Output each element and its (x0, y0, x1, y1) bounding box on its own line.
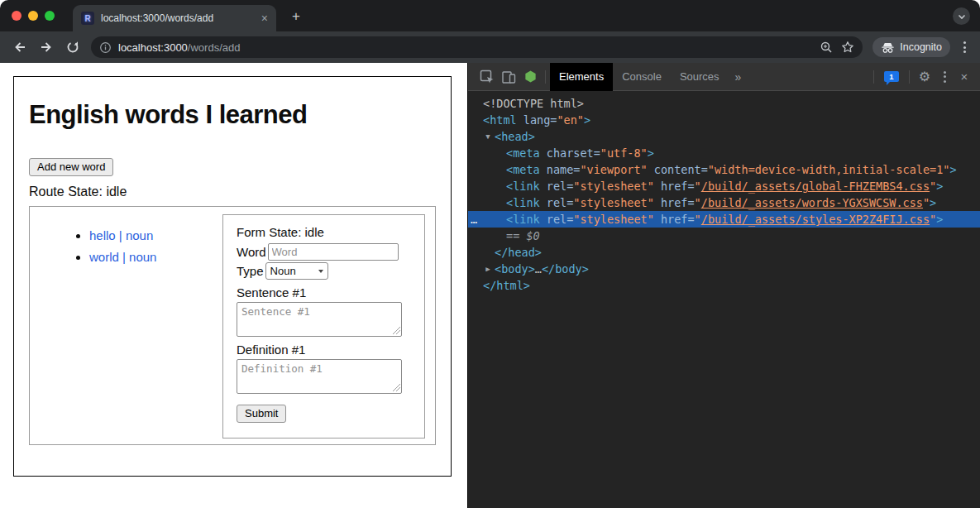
word-link[interactable]: hello | noun (89, 228, 153, 242)
devtools-menu-kebab-icon[interactable] (935, 66, 954, 88)
code-token: rel= (540, 196, 574, 209)
favicon-letter: R (84, 14, 90, 23)
device-toolbar-icon[interactable] (498, 66, 519, 88)
fullscreen-window-button[interactable] (45, 11, 55, 21)
code-token: > (648, 146, 654, 160)
code-token: > (949, 163, 956, 176)
code-token: "en" (557, 113, 584, 127)
dom-tree-line[interactable]: <html lang="en"> (468, 112, 980, 128)
resize-handle-icon[interactable] (393, 327, 400, 334)
address-bar[interactable]: localhost:3000/words/add (91, 36, 863, 58)
dom-tree-line[interactable]: …<link rel="stylesheet" href="/build/_as… (468, 211, 980, 228)
word-form: Form State: idle Word Type Noun (222, 214, 425, 439)
bookmark-star-icon[interactable] (841, 41, 854, 54)
url-path: /words/add (188, 41, 241, 54)
word-list: hello | noun world | noun (30, 228, 222, 444)
word-field-row: Word (237, 243, 411, 261)
code-token: <html (483, 113, 517, 127)
code-token: <link (506, 180, 540, 193)
code-token: <meta (506, 146, 540, 160)
code-token: "stylesheet" (573, 196, 654, 209)
dom-tree-line[interactable]: <meta name="viewport" content="width=dev… (468, 161, 980, 178)
settings-gear-icon[interactable]: ⚙ (914, 66, 935, 88)
browser-tab[interactable]: R localhost:3000/words/add × (73, 5, 276, 31)
devtools-toolbar: Elements Console Sources » 1 ⚙ × (468, 63, 980, 91)
badge-count: 1 (889, 73, 893, 81)
expand-arrow-open-icon[interactable]: ▼ (484, 128, 492, 145)
console-messages-badge[interactable]: 1 (878, 71, 905, 82)
node-extension-icon[interactable] (519, 66, 541, 88)
new-tab-button[interactable]: + (286, 7, 306, 26)
site-info-icon[interactable] (99, 41, 112, 54)
reload-icon (65, 40, 80, 55)
code-token: rel= (540, 213, 574, 226)
inspect-element-icon[interactable] (476, 66, 498, 88)
remix-favicon-icon: R (81, 12, 94, 25)
node-actions-icon[interactable]: … (471, 211, 477, 228)
dom-tree-line[interactable]: <meta charset="utf-8"> (468, 145, 980, 161)
word-input[interactable] (268, 243, 399, 261)
type-select-value: Noun (270, 265, 296, 277)
code-token: "width=device-width,initial-scale=1" (708, 163, 950, 176)
word-list-item: world | noun (89, 250, 222, 264)
devtools-close-icon[interactable]: × (954, 66, 975, 88)
dom-tree-line[interactable]: </html> (468, 277, 980, 294)
code-token: " (923, 196, 930, 209)
browser-menu-kebab-icon[interactable] (955, 36, 973, 58)
dom-tree-line[interactable]: </head> (468, 244, 980, 261)
code-token: > (936, 180, 943, 193)
code-token: lang= (517, 113, 557, 127)
add-new-word-button[interactable]: Add new word (29, 158, 113, 176)
minimize-window-button[interactable] (28, 11, 38, 21)
dom-tree-line[interactable]: ▼<head> (468, 128, 980, 145)
dom-tree-line[interactable]: == $0 (468, 228, 980, 244)
sentence-field (237, 302, 402, 337)
forward-button[interactable] (36, 36, 57, 58)
code-token: /build/_assets/styles-XP2Z4FIJ.css (701, 213, 930, 226)
dom-tree: <!DOCTYPE html><html lang="en">▼<head><m… (468, 91, 980, 508)
definition-label: Definition #1 (237, 343, 411, 357)
tab-sources[interactable]: Sources (671, 63, 729, 91)
code-token: </html> (483, 279, 530, 292)
incognito-icon (881, 41, 895, 55)
toolbar-divider (545, 70, 546, 84)
code-token: name= (540, 163, 581, 176)
code-token: "stylesheet" (573, 180, 654, 193)
code-token: " (695, 213, 701, 226)
close-window-button[interactable] (12, 11, 22, 21)
word-link[interactable]: world | noun (89, 250, 156, 264)
definition-textarea[interactable] (237, 359, 402, 394)
dom-tree-line[interactable]: ▶<body>…</body> (468, 261, 980, 277)
resize-handle-icon[interactable] (393, 384, 400, 391)
tab-close-icon[interactable]: × (261, 12, 268, 24)
web-page: English words I learned Add new word Rou… (0, 63, 467, 508)
tab-elements[interactable]: Elements (550, 63, 613, 91)
dom-tree-line[interactable]: <link rel="stylesheet" href="/build/_ass… (468, 178, 980, 194)
dom-tree-line[interactable]: <link rel="stylesheet" href="/build/_ass… (468, 194, 980, 211)
submit-button[interactable]: Submit (237, 405, 286, 423)
expand-arrow-closed-icon[interactable]: ▶ (484, 261, 492, 277)
code-token: <meta (506, 163, 540, 176)
sentence-textarea[interactable] (237, 302, 402, 337)
select-arrow-icon (318, 270, 323, 273)
tab-console[interactable]: Console (613, 63, 671, 91)
code-token: <link (506, 213, 540, 226)
code-token: " (930, 213, 936, 226)
forward-arrow-icon (39, 40, 54, 55)
code-token: "viewport" (580, 163, 647, 176)
tab-search-button[interactable] (953, 7, 970, 25)
back-button[interactable] (9, 36, 31, 58)
words-panel: hello | noun world | noun Form State: id… (29, 206, 436, 445)
more-tabs-button[interactable]: » (729, 63, 748, 91)
page-heading: English words I learned (29, 100, 436, 130)
dom-tree-line[interactable]: <!DOCTYPE html> (468, 95, 980, 112)
type-select[interactable]: Noun (265, 262, 328, 280)
code-token: <link (506, 196, 540, 209)
code-token: <body> (495, 262, 535, 276)
zoom-icon[interactable] (820, 41, 833, 54)
incognito-badge: Incognito (872, 37, 950, 57)
code-token: <!DOCTYPE html> (483, 97, 584, 110)
word-list-item: hello | noun (89, 228, 222, 242)
reload-button[interactable] (62, 36, 84, 58)
code-token: "stylesheet" (573, 213, 654, 226)
